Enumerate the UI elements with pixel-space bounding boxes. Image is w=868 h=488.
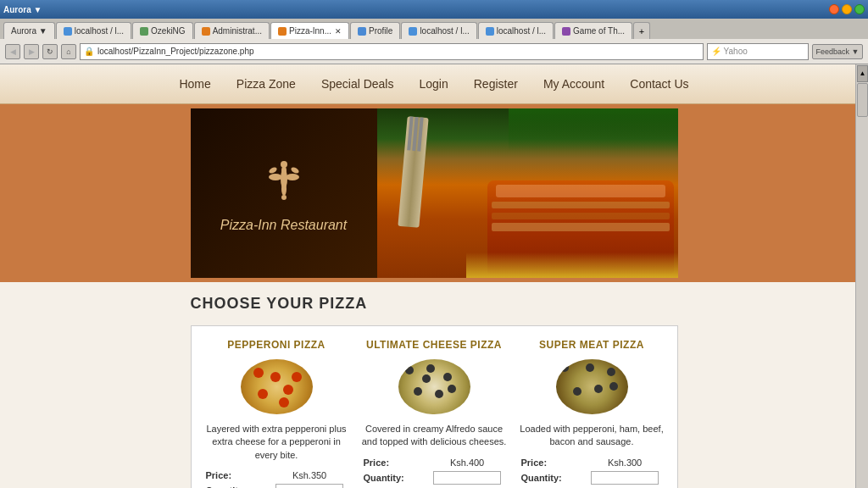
feedback-button[interactable]: Feedback ▼ — [812, 44, 863, 59]
fork-visual — [398, 116, 428, 228]
browser-toolbar: ◀ ▶ ↻ ⌂ 🔒 localhost/PizzaInn_Project/piz… — [0, 39, 868, 64]
pizza-form-cheese: Price: Ksh.400 Quantity: Total: — [362, 456, 507, 488]
tab-label: Administrat... — [213, 26, 262, 36]
price-value-meat: Ksh.300 — [586, 456, 665, 469]
plate-visual — [466, 252, 678, 278]
quantity-label-meat: Quantity: — [520, 469, 586, 486]
tab-label: OzekiNG — [151, 26, 186, 36]
restaurant-logo-icon — [263, 153, 305, 211]
main-navigation: Home Pizza Zone Special Deals Login Regi… — [0, 64, 868, 104]
main-content: CHOOSE YOUR PIZZA PEPPERONI PIZZA Layere… — [0, 282, 868, 488]
nav-special-deals[interactable]: Special Deals — [321, 77, 394, 91]
svg-point-4 — [281, 182, 287, 196]
pizza-item-meat: SUPER MEAT PIZZA Loaded with pepperoni, … — [520, 339, 665, 488]
restaurant-name: Pizza-Inn Restaurant — [220, 218, 347, 233]
pizza-grid: PEPPERONI PIZZA Layered with extra peppe… — [204, 339, 665, 488]
minimize-btn[interactable] — [842, 4, 852, 14]
reload-button[interactable]: ↻ — [42, 44, 58, 59]
quantity-input-pepperoni[interactable] — [275, 484, 343, 488]
tab-localhost3[interactable]: localhost / l... — [478, 22, 554, 39]
pizza-desc-cheese: Covered in creamy Alfredo sauce and topp… — [362, 423, 507, 449]
nav-pizza-zone[interactable]: Pizza Zone — [236, 77, 296, 91]
tab-label: localhost / l... — [420, 26, 469, 36]
quantity-input-meat[interactable] — [591, 471, 659, 485]
hero-food-image — [377, 108, 678, 278]
nav-home[interactable]: Home — [179, 77, 210, 91]
price-value-pepperoni: Ksh.350 — [270, 469, 349, 482]
tab-label: Pizza-Inn... — [289, 26, 331, 36]
price-label-cheese: Price: — [362, 456, 428, 469]
pizza-form-meat: Price: Ksh.300 Quantity: Total: — [520, 456, 665, 488]
address-bar[interactable]: 🔒 localhost/PizzaInn_Project/pizzazone.p… — [80, 43, 704, 60]
tab-ozekiNG[interactable]: OzekiNG — [132, 22, 193, 39]
pizza-item-pepperoni: PEPPERONI PIZZA Layered with extra peppe… — [204, 339, 349, 488]
price-value-cheese: Ksh.400 — [428, 456, 507, 469]
hero-section: Pizza-Inn Restaurant — [0, 104, 868, 282]
nav-register[interactable]: Register — [474, 77, 518, 91]
scroll-thumb[interactable] — [857, 83, 868, 117]
browser-tabs: Aurora ▼ localhost / l... OzekiNG Admini… — [0, 19, 868, 39]
hero-banner: Pizza-Inn Restaurant — [191, 108, 678, 278]
price-label: Price: — [204, 469, 270, 482]
section-title: CHOOSE YOUR PIZZA — [191, 295, 678, 313]
tab-localhost2[interactable]: localhost / l... — [401, 22, 476, 39]
browser-titlebar: Aurora ▼ — [0, 0, 868, 19]
tab-localhost1[interactable]: localhost / l... — [56, 22, 131, 39]
quantity-label: Quantity: — [204, 482, 270, 488]
svg-point-8 — [281, 161, 287, 168]
pizza-desc-meat: Loaded with pepperoni, ham, beef, bacon … — [520, 423, 665, 449]
pizza-form-pepperoni: Price: Ksh.350 Quantity: Total: — [204, 469, 349, 488]
tab-aurora[interactable]: Aurora ▼ — [3, 22, 55, 39]
pizza-name-pepperoni: PEPPERONI PIZZA — [204, 339, 349, 351]
hero-left-panel: Pizza-Inn Restaurant — [191, 108, 377, 278]
browser-chrome: Aurora ▼ Aurora ▼ localhost / l... Ozeki… — [0, 0, 868, 64]
back-button[interactable]: ◀ — [5, 44, 20, 59]
svg-point-2 — [269, 174, 282, 180]
tab-label: localhost / l... — [497, 26, 546, 36]
search-logo: ⚡ Yahoo — [711, 47, 748, 56]
website-container: Home Pizza Zone Special Deals Login Regi… — [0, 64, 868, 488]
close-btn[interactable] — [829, 4, 839, 14]
svg-point-6 — [268, 166, 278, 175]
pizza-selection-table: PEPPERONI PIZZA Layered with extra peppe… — [191, 325, 678, 488]
nav-contact-us[interactable]: Contact Us — [630, 77, 688, 91]
pizza-image-cheese — [398, 359, 470, 414]
tab-profile[interactable]: Profile — [350, 22, 400, 39]
tab-label: Profile — [369, 26, 392, 36]
home-button[interactable]: ⌂ — [61, 44, 76, 59]
pizza-desc-pepperoni: Layered with extra pepperoni plus extra … — [204, 423, 349, 462]
price-label-meat: Price: — [520, 456, 586, 469]
scrollbar[interactable]: ▲ — [855, 64, 868, 488]
tab-label: Game of Th... — [573, 26, 625, 36]
pizza-name-cheese: ULTIMATE CHEESE PIZZA — [362, 339, 507, 351]
quantity-label-cheese: Quantity: — [362, 469, 428, 486]
pizza-image-meat — [556, 359, 628, 414]
tab-pizza-inn[interactable]: Pizza-Inn... ✕ — [270, 22, 349, 39]
tab-label: Aurora ▼ — [11, 26, 47, 36]
svg-point-3 — [286, 174, 299, 180]
tab-close-icon[interactable]: ✕ — [335, 27, 342, 36]
svg-point-5 — [281, 195, 287, 200]
greens-visual — [509, 108, 678, 151]
tab-admin[interactable]: Administrat... — [194, 22, 270, 39]
quantity-input-cheese[interactable] — [433, 471, 501, 485]
new-tab-button[interactable]: + — [633, 22, 650, 39]
forward-button[interactable]: ▶ — [24, 44, 39, 59]
browser-title: Aurora ▼ — [3, 5, 42, 14]
maximize-btn[interactable] — [854, 4, 865, 14]
search-bar[interactable]: ⚡ Yahoo — [707, 43, 809, 60]
nav-my-account[interactable]: My Account — [543, 77, 604, 91]
svg-point-7 — [290, 166, 300, 175]
pizza-item-cheese: ULTIMATE CHEESE PIZZA Covered in creamy … — [362, 339, 507, 488]
tab-label: localhost / l... — [75, 26, 124, 36]
pizza-name-meat: SUPER MEAT PIZZA — [520, 339, 665, 351]
tab-game[interactable]: Game of Th... — [554, 22, 632, 39]
nav-login[interactable]: Login — [419, 77, 448, 91]
address-text: localhost/PizzaInn_Project/pizzazone.php — [97, 47, 254, 56]
scroll-up-button[interactable]: ▲ — [857, 65, 868, 82]
pizza-image-pepperoni — [241, 359, 313, 414]
